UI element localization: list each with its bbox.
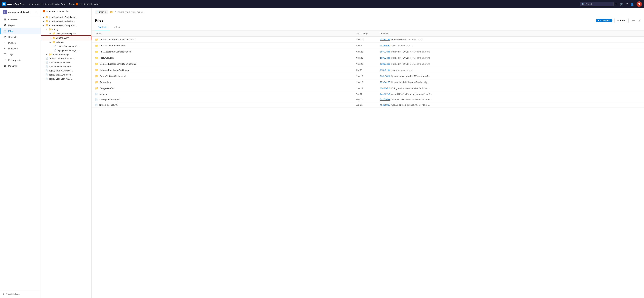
tree-item-deploytest[interactable]: ▶ 📄 deploy-test-ALMAccele... <box>41 73 92 77</box>
breadcrumb-current[interactable]: coe-starter-kit-azdo ▾ <box>76 3 100 5</box>
file-link[interactable]: CenterofExcellenceAuditComponents <box>100 63 136 65</box>
last-change: Jun 21 <box>356 104 380 106</box>
last-change: Apr 12 <box>356 93 380 95</box>
tree-item-deploymentsettings[interactable]: ▶ 📄 deploymentSettings.j... <box>41 48 92 52</box>
commit-hash-link[interactable]: 38470dc6 <box>380 87 390 90</box>
file-link[interactable]: azure-pipelines-1.yml <box>99 98 120 101</box>
tree-item-almmakersroot[interactable]: ▶ 📁 ALMAcceleratorforMakers <box>41 19 92 23</box>
file-link[interactable]: ALMAcceleratorforMakers <box>100 44 125 47</box>
last-change: Nov 18 <box>356 81 380 83</box>
commit-hash-link[interactable]: cb801dab <box>380 50 390 53</box>
app-name: Azure DevOps <box>7 3 24 5</box>
commit-hash-link[interactable]: fa1fbd58 <box>380 98 390 101</box>
commit-hash-link[interactable]: 7fda18ff <box>380 75 390 77</box>
tree-arrow-icon: ▶ <box>49 36 52 39</box>
breadcrumb-repo[interactable]: coe-starter-kit-azdo <box>40 3 59 5</box>
file-link[interactable]: azure-pipelines.yml <box>99 104 118 106</box>
sidebar-item-pullrequests[interactable]: ⤴ Pull requests <box>0 57 40 63</box>
project-settings-link[interactable]: ⚙ Project settings <box>0 292 40 297</box>
tree-arrow-icon: ▶ <box>49 41 52 43</box>
tree-item-johannadev[interactable]: ▶ 📁 JohannaDev ⋯ <box>41 35 92 40</box>
files-icon: 📄 <box>3 29 6 33</box>
file-name-cell: 📁 CenterofExcellenceAuditComponents <box>95 62 356 66</box>
sidebar-item-overview[interactable]: ⊞ Overview <box>0 16 40 22</box>
tree-item-deployvalidation[interactable]: ▶ 📄 deploy-validation-ALM... <box>41 77 92 81</box>
tree-item-configmig[interactable]: ▶ 📁 ConfigurationMigrati... <box>41 31 92 35</box>
tree-item-deployprod[interactable]: ▶ 📄 deploy-prod-ALMAccel... <box>41 69 92 73</box>
branch-name: main <box>99 11 104 13</box>
tree-item-customdeployment[interactable]: ▶ 📄 customDeploymentS... <box>41 44 92 48</box>
file-name-cell: 📁 ALMAcceleratorSampleSolution <box>95 50 356 53</box>
sidebar-item-pushes[interactable]: ↑ Pushes <box>0 40 40 46</box>
tree-item-almadvanced[interactable]: ▶ 📁 ALMAcceleratorForAdvanc... <box>41 15 92 19</box>
search-box[interactable]: 🔍 <box>580 2 614 6</box>
tree-item-validate[interactable]: ▶ 📁 Validate <box>41 40 92 44</box>
tree-arrow-icon: ▶ <box>42 20 45 22</box>
tree-item-solutionpackage[interactable]: ▶ 📁 SolutionPackage <box>41 52 92 56</box>
sidebar-item-files[interactable]: 📄 Files <box>0 28 40 34</box>
branch-selector[interactable]: ⑆ main ▾ <box>95 10 108 14</box>
expand-button[interactable]: ⤢ <box>638 19 640 22</box>
sidebar-item-branches[interactable]: ⑂ Branches <box>0 46 40 51</box>
breadcrumb-pplatform[interactable]: pplatform <box>29 3 38 5</box>
more-options-button[interactable]: ⋯ <box>630 18 636 23</box>
clone-button[interactable]: 🖥 Clone <box>614 18 628 23</box>
tree-item-config[interactable]: ▼ 📁 config <box>41 27 92 31</box>
commit-hash-link[interactable]: ae76063a <box>380 44 390 47</box>
tab-history[interactable]: History <box>110 24 123 30</box>
file-name-cell: 📁 ALMAcceleratorForAdvancedMakers <box>95 38 356 41</box>
tab-contents[interactable]: Contents <box>95 24 110 30</box>
tree-item-almsample[interactable]: ▼ 📁 ALMAcceleratorSampleSol... <box>41 23 92 27</box>
file-link[interactable]: Productivity <box>100 81 111 83</box>
tree-item-almsampleyml[interactable]: ▶ 📄 ALMAcceleratorSample... <box>41 56 92 60</box>
avatar[interactable]: JL <box>636 1 642 7</box>
file-icon: 📄 <box>46 61 48 64</box>
folder-browse-icon[interactable]: 📂 <box>110 11 113 13</box>
folder-icon: 📁 <box>52 41 55 43</box>
folder-icon: 📁 <box>95 56 98 59</box>
commit-hash-link[interactable]: 79524c85 <box>380 81 390 83</box>
tree-item-label: ALMAcceleratorforMakers <box>49 20 74 22</box>
file-link[interactable]: ALMAcceleratorSampleSolution <box>100 50 131 53</box>
in-progress-badge[interactable]: in progress <box>596 19 612 22</box>
commit-hash-link[interactable]: 018b6fdb <box>380 69 390 71</box>
last-change: Nov 22 <box>356 50 380 53</box>
file-link[interactable]: .gitignore <box>99 93 108 95</box>
file-link[interactable]: ANewSolution <box>100 57 114 59</box>
file-link[interactable]: CenterofExcellenceAuditLogs <box>100 69 129 71</box>
tree-item-more-icon[interactable]: ⋯ <box>87 36 90 39</box>
breadcrumb-repos[interactable]: Repos <box>61 3 67 5</box>
profile-icon[interactable]: 👤 <box>630 2 634 6</box>
file-tree-more-icon[interactable]: ⋯ <box>87 10 90 12</box>
file-link[interactable]: PowerPlatformGitHubALM <box>100 75 126 77</box>
search-input[interactable] <box>586 3 612 5</box>
sidebar-item-pipelines[interactable]: ⚙ Pipelines <box>0 63 40 69</box>
file-icon: 📄 <box>95 104 98 106</box>
shopping-icon[interactable]: 🛒 <box>620 2 624 6</box>
commit-hash-link[interactable]: 9ce827a6 <box>380 93 390 95</box>
folder-icon: 📁 <box>49 53 52 56</box>
search-icon: 🔍 <box>582 3 584 5</box>
list-icon[interactable]: ☰ <box>615 2 617 6</box>
commit-hash-link[interactable]: cb801dab <box>380 57 390 59</box>
tree-item-builddeployvalidation[interactable]: ▶ 📄 build-deploy-validation-... <box>41 64 92 69</box>
commit-hash-link[interactable]: f1573145 <box>380 38 390 41</box>
commit-hash-link[interactable]: fad3a803 <box>380 104 390 106</box>
path-input[interactable] <box>117 11 640 13</box>
commit-author: Johanna Lorenz <box>414 63 430 65</box>
file-link[interactable]: SuggestionBox <box>100 87 114 90</box>
file-name-cell: 📁 ANewSolution <box>95 56 356 59</box>
help-icon[interactable]: ? <box>626 2 628 5</box>
tree-item-builddeploytest[interactable]: ▶ 📄 build-deploy-test-ALM... <box>41 60 92 64</box>
breadcrumb-files[interactable]: Files <box>69 3 74 5</box>
sidebar-item-repos[interactable]: ⑆ Repos <box>0 22 40 28</box>
app-logo[interactable]: Azure DevOps <box>2 2 24 6</box>
file-icon: 📄 <box>46 73 48 76</box>
folder-icon: 📁 <box>95 44 98 47</box>
sidebar-item-tags[interactable]: 🏷 Tags <box>0 51 40 57</box>
add-button[interactable]: + <box>36 10 38 14</box>
commit-hash-link[interactable]: cb801dab <box>380 63 390 65</box>
repo-icon <box>76 3 78 5</box>
sidebar-item-commits[interactable]: ◎ Commits <box>0 34 40 40</box>
file-link[interactable]: ALMAcceleratorForAdvancedMakers <box>100 38 136 41</box>
